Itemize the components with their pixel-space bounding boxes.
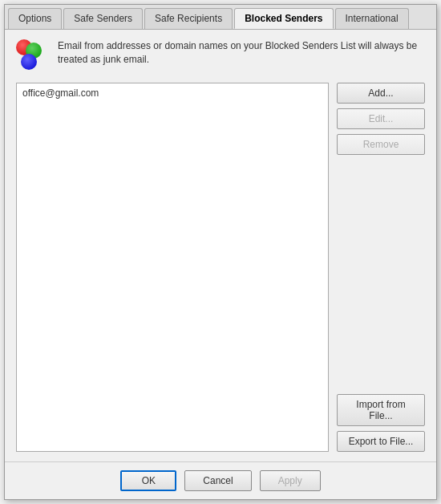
info-row: Email from addresses or domain names on …: [16, 39, 425, 73]
list-item: office@gmail.com: [20, 87, 325, 100]
add-button[interactable]: Add...: [337, 83, 425, 104]
tab-blocked-senders[interactable]: Blocked Senders: [234, 8, 333, 29]
tab-options[interactable]: Options: [8, 8, 62, 29]
icon-blue-circle: [21, 54, 37, 70]
import-button[interactable]: Import from File...: [337, 394, 425, 426]
edit-button[interactable]: Edit...: [337, 108, 425, 129]
tab-safe-senders[interactable]: Safe Senders: [63, 8, 143, 29]
export-button[interactable]: Export to File...: [337, 431, 425, 452]
tab-international[interactable]: International: [335, 8, 409, 29]
ok-button[interactable]: OK: [120, 470, 176, 491]
blocked-senders-list[interactable]: office@gmail.com: [16, 83, 329, 452]
main-area: office@gmail.com Add... Edit... Remove I…: [16, 83, 425, 452]
remove-button[interactable]: Remove: [337, 134, 425, 155]
apply-button[interactable]: Apply: [260, 470, 321, 491]
cancel-button[interactable]: Cancel: [184, 470, 251, 491]
tab-bar: Options Safe Senders Safe Recipients Blo…: [5, 5, 436, 30]
junk-email-dialog: Options Safe Senders Safe Recipients Blo…: [4, 4, 437, 500]
info-text: Email from addresses or domain names on …: [58, 39, 425, 67]
action-buttons: Add... Edit... Remove Import from File..…: [337, 83, 425, 452]
bottom-bar: OK Cancel Apply: [5, 461, 436, 499]
spacer: [337, 160, 425, 389]
tab-content: Email from addresses or domain names on …: [5, 30, 436, 461]
info-icon: [16, 39, 50, 73]
tab-safe-recipients[interactable]: Safe Recipients: [144, 8, 233, 29]
